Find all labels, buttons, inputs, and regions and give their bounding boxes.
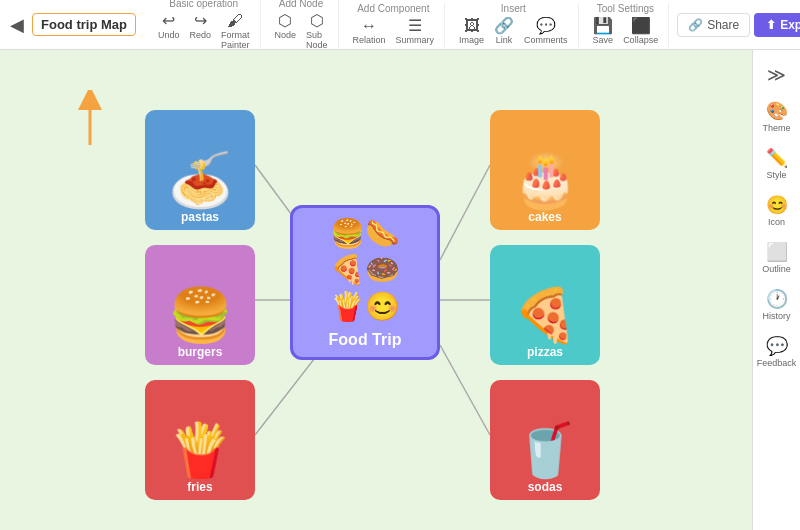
redo-button[interactable]: ↪Redo xyxy=(185,11,215,52)
sidebar-collapse-button[interactable]: ≫ xyxy=(755,58,799,92)
sodas-node[interactable]: 🥤 sodas xyxy=(490,380,600,500)
right-sidebar: ≫ 🎨 Theme ✏️ Style 😊 Icon ⬜ Outline 🕐 Hi… xyxy=(752,50,800,530)
format-painter-button[interactable]: 🖌Format Painter xyxy=(217,11,254,52)
burgers-node[interactable]: 🍔 burgers xyxy=(145,245,255,365)
theme-icon: 🎨 xyxy=(766,100,788,122)
back-button[interactable]: ◀ xyxy=(6,14,28,36)
main-area: 🍝 pastas 🎂 cakes 🍔 burgers 🍕 pizzas 🍟 fr… xyxy=(0,50,800,530)
comments-button[interactable]: 💬Comments xyxy=(520,16,572,47)
add-node-group: Add Node ⬡Node ⬡Sub Node xyxy=(265,0,339,52)
share-icon: 🔗 xyxy=(688,18,703,32)
insert-group: Insert 🖼Image 🔗Link 💬Comments xyxy=(449,3,579,47)
sidebar-feedback-button[interactable]: 💬 Feedback xyxy=(755,329,799,374)
add-component-group: Add Component ↔Relation ☰Summary xyxy=(343,3,446,47)
pizzas-emoji: 🍕 xyxy=(513,289,578,341)
pastas-emoji: 🍝 xyxy=(168,154,233,206)
relation-button[interactable]: ↔Relation xyxy=(349,16,390,47)
center-label: Food Trip xyxy=(329,331,402,349)
arrow-annotation xyxy=(60,90,120,154)
fries-emoji: 🍟 xyxy=(168,424,233,476)
sub-node-button[interactable]: ⬡Sub Node xyxy=(302,11,332,52)
sidebar-outline-button[interactable]: ⬜ Outline xyxy=(755,235,799,280)
pizzas-node[interactable]: 🍕 pizzas xyxy=(490,245,600,365)
collapse-button[interactable]: ⬛Collapse xyxy=(619,16,662,47)
basic-operation-group: Basic operation ↩Undo ↪Redo 🖌Format Pain… xyxy=(148,0,261,52)
center-node[interactable]: 🍔🌭🍕🍩🍟😊 Food Trip xyxy=(290,205,440,360)
history-icon: 🕐 xyxy=(766,288,788,310)
image-button[interactable]: 🖼Image xyxy=(455,16,488,47)
sidebar-history-button[interactable]: 🕐 History xyxy=(755,282,799,327)
feedback-icon: 💬 xyxy=(766,335,788,357)
pastas-node[interactable]: 🍝 pastas xyxy=(145,110,255,230)
cakes-node[interactable]: 🎂 cakes xyxy=(490,110,600,230)
sidebar-icon-button[interactable]: 😊 Icon xyxy=(755,188,799,233)
canvas[interactable]: 🍝 pastas 🎂 cakes 🍔 burgers 🍕 pizzas 🍟 fr… xyxy=(0,50,752,530)
icon-icon: 😊 xyxy=(766,194,788,216)
cakes-emoji: 🎂 xyxy=(513,154,578,206)
link-button[interactable]: 🔗Link xyxy=(490,16,518,47)
share-button[interactable]: 🔗 Share xyxy=(677,13,750,37)
tool-settings-group: Tool Settings 💾Save ⬛Collapse xyxy=(583,3,670,47)
export-button[interactable]: ⬆ Export xyxy=(754,13,800,37)
summary-button[interactable]: ☰Summary xyxy=(392,16,439,47)
undo-button[interactable]: ↩Undo xyxy=(154,11,184,52)
node-button[interactable]: ⬡Node xyxy=(271,11,301,52)
sidebar-theme-button[interactable]: 🎨 Theme xyxy=(755,94,799,139)
sidebar-style-button[interactable]: ✏️ Style xyxy=(755,141,799,186)
outline-icon: ⬜ xyxy=(766,241,788,263)
chevron-left-icon: ≫ xyxy=(767,64,786,86)
svg-line-5 xyxy=(440,345,490,435)
fries-node[interactable]: 🍟 fries xyxy=(145,380,255,500)
burgers-emoji: 🍔 xyxy=(168,289,233,341)
center-emojis: 🍔🌭🍕🍩🍟😊 xyxy=(330,216,400,325)
svg-line-1 xyxy=(440,165,490,260)
sodas-emoji: 🥤 xyxy=(513,424,578,476)
toolbar: ◀ Food trip Map Basic operation ↩Undo ↪R… xyxy=(0,0,800,50)
style-icon: ✏️ xyxy=(766,147,788,169)
save-button[interactable]: 💾Save xyxy=(589,16,618,47)
export-icon: ⬆ xyxy=(766,18,776,32)
app-title[interactable]: Food trip Map xyxy=(32,13,136,36)
